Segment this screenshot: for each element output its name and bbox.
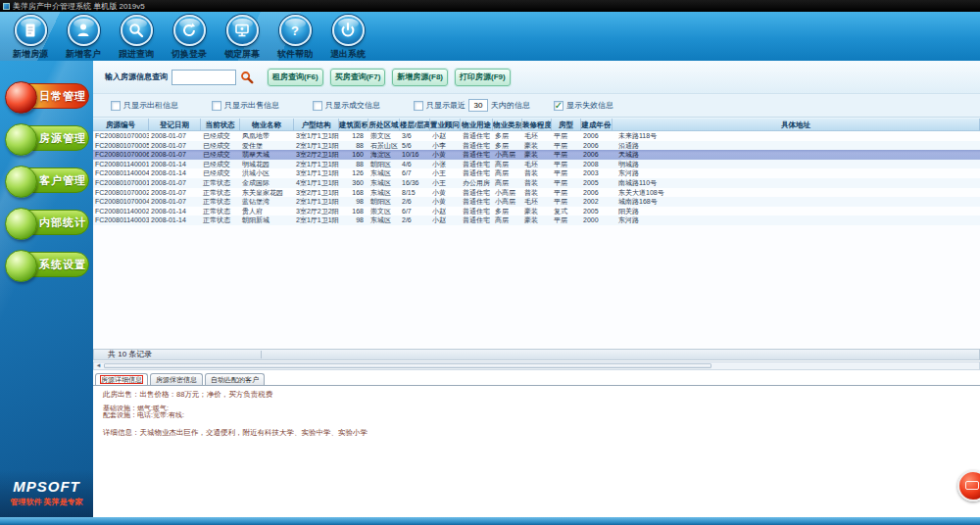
table-cell: FC200801070003	[93, 131, 149, 141]
table-cell: 蓝钻堡湾	[240, 197, 294, 207]
table-cell: 2000	[581, 215, 612, 225]
column-header[interactable]: 建成年份	[581, 119, 612, 130]
print-property-button[interactable]: 打印房源(F9)	[455, 69, 511, 86]
sidebar-item-customer-management[interactable]: 客户管理	[6, 167, 89, 193]
checkbox-icon[interactable]	[313, 101, 322, 111]
rent-query-button[interactable]: 租房查询(F6)	[268, 69, 323, 86]
toolbar-button-new-customer[interactable]: 新增客户	[57, 12, 110, 61]
table-row[interactable]: FC2008010700012008-01-07正常状态金成国际4室1厅1卫1阳…	[93, 178, 980, 188]
horizontal-scrollbar[interactable]: ◄	[93, 361, 980, 370]
sidebar-item-property-management[interactable]: 房源管理	[6, 125, 89, 151]
table-cell: 东城区	[368, 215, 400, 225]
toolbar-label: 切换登录	[172, 48, 207, 61]
toolbar-button-followup-query[interactable]: 跟进查询	[110, 12, 163, 61]
column-header[interactable]: 装修程度	[522, 119, 552, 130]
table-cell: 朝阳区	[368, 160, 400, 169]
sidebar-item-daily-management[interactable]: 日常管理	[6, 83, 89, 109]
record-count-bar: 共 10 条记录	[93, 349, 980, 360]
table-cell: 凤凰地带	[240, 131, 294, 141]
table-cell: 小高层	[493, 150, 522, 160]
search-input[interactable]	[172, 70, 236, 85]
table-row[interactable]: FC2008011400012008-01-14已经成交明城花园2室1厅1卫1阳…	[93, 160, 980, 169]
table-cell: FC200801070001	[93, 178, 149, 188]
table-row[interactable]: FC2008011400022008-01-14正常状态贵人府3室2厅2卫2阳1…	[93, 207, 980, 216]
toolbar-button-switch-login[interactable]: 切换登录	[163, 12, 216, 61]
table-cell: 正常状态	[201, 207, 240, 216]
table-row[interactable]: FC2008010700032008-01-07已经成交凤凰地带3室1厅1卫1阳…	[93, 131, 980, 141]
filter-label: 只显示最近	[426, 100, 466, 111]
filter-only-deal[interactable]: 只显示成交信息	[313, 100, 380, 111]
toolbar-button-lock-screen[interactable]: 锁定屏幕	[216, 12, 269, 61]
table-cell: 160	[339, 150, 368, 160]
column-header[interactable]: 所处区域	[368, 119, 400, 130]
table-cell: 2008-01-14	[149, 168, 201, 178]
column-header[interactable]: 具体地址	[612, 119, 980, 130]
table-cell: 3室1厅1卫1阳	[294, 131, 339, 141]
sidebar-item-system-settings[interactable]: 系统设置	[6, 252, 89, 277]
table-cell: 东河路	[612, 168, 980, 178]
sidebar-item-label: 日常管理	[7, 84, 88, 109]
toolbar-label: 新增客户	[66, 48, 101, 61]
app-window: 美萍房产中介管理系统 单机版 2019v5 新增房源 新增客户 跟进查询 切换	[0, 0, 980, 525]
checkbox-icon[interactable]	[212, 101, 221, 111]
toolbar-label: 软件帮助	[277, 48, 313, 61]
filter-label: 只显示成交信息	[325, 100, 380, 111]
scrollbar-thumb[interactable]	[104, 363, 711, 368]
column-header[interactable]: 房源编号	[93, 119, 149, 130]
table-cell: 2003	[581, 168, 612, 178]
filter-recent-days[interactable]: 只显示最近 天内的信息	[414, 99, 530, 112]
column-header[interactable]: 物业类别	[493, 119, 522, 130]
table-cell: 平层	[552, 141, 581, 151]
table-cell: 88	[339, 141, 368, 151]
toolbar-button-exit[interactable]: 退出系统	[321, 12, 374, 61]
scroll-left-icon[interactable]: ◄	[94, 362, 103, 369]
filter-label: 显示失效信息	[566, 100, 613, 111]
table-cell: 小王	[430, 168, 461, 178]
column-header[interactable]: 物业名称	[240, 119, 294, 130]
table-cell: 10/16	[400, 150, 430, 160]
column-header[interactable]: 置业顾问	[430, 119, 461, 130]
table-cell: 高层	[493, 178, 522, 188]
column-header[interactable]: 登记日期	[149, 119, 201, 130]
table-cell: 2008-01-07	[149, 131, 201, 141]
tab-property-details[interactable]: 房源详细信息	[95, 373, 148, 385]
checkbox-icon[interactable]	[111, 101, 121, 111]
tab-property-confidential[interactable]: 房源保密信息	[150, 373, 203, 385]
search-icon[interactable]	[240, 71, 254, 84]
column-header[interactable]: 户型结构	[294, 119, 339, 130]
toolbar-button-help[interactable]: ? 软件帮助	[269, 12, 321, 61]
column-header[interactable]: 楼层/层高	[400, 119, 430, 130]
detail-panel: 此房出售：出售价格：88万元；净价，买方负责税费 基础设施：燃气:暖气: 配套设…	[93, 386, 980, 517]
table-row[interactable]: FC2008010700062008-01-07已经成交翡翠天城3室2厅2卫1阳…	[93, 150, 980, 160]
window-bottom-edge	[0, 517, 980, 525]
table-row[interactable]: FC2008011400032008-01-14正常状态朝阳新城2室1厅1卫1阳…	[93, 215, 980, 225]
table-row[interactable]: FC2008010700042008-01-07正常状态蓝钻堡湾2室1厅1卫1阳…	[93, 197, 980, 207]
switch-login-icon	[173, 15, 206, 46]
column-header[interactable]: 房型	[552, 119, 581, 130]
table-cell: 小王	[430, 178, 461, 188]
filter-show-invalid[interactable]: 显示失效信息	[554, 100, 613, 111]
toolbar-button-new-property[interactable]: 新增房源	[4, 12, 57, 61]
new-property-button[interactable]: 新增房源(F8)	[392, 69, 448, 86]
filter-only-rent[interactable]: 只显示出租信息	[111, 100, 178, 111]
filter-label: 只显示出售信息	[224, 100, 279, 111]
sidebar-item-internal-statistics[interactable]: 内部统计	[6, 210, 89, 235]
buy-query-button[interactable]: 买房查询(F7)	[330, 69, 386, 86]
table-cell: 多层	[493, 141, 522, 151]
column-header[interactable]: 物业用途	[461, 119, 493, 130]
toolbar-label: 新增房源	[13, 48, 48, 61]
checkbox-checked-icon[interactable]	[554, 101, 564, 111]
table-row[interactable]: FC2008010700052008-01-07已经成交爱住堡2室1厅1卫1阳8…	[93, 141, 980, 151]
checkbox-icon[interactable]	[414, 101, 423, 111]
recent-days-input[interactable]	[468, 99, 488, 112]
table-cell: 正常状态	[201, 197, 240, 207]
tab-auto-matched-customers[interactable]: 自动匹配的客户	[205, 373, 265, 385]
column-header[interactable]: 建筑面积	[339, 119, 368, 130]
table-row[interactable]: FC2008010700022008-01-07正常状态东关皇家花园3室2厅1卫…	[93, 188, 980, 198]
toolbar-label: 跟进查询	[119, 48, 154, 61]
filter-only-sale[interactable]: 只显示出售信息	[212, 100, 279, 111]
table-cell: 98	[339, 197, 368, 207]
table-row[interactable]: FC2008011400042008-01-14已经成交洪城小区3室1厅1卫1阳…	[93, 168, 980, 178]
column-header[interactable]: 当前状态	[201, 119, 240, 130]
table-cell: 360	[339, 178, 368, 188]
